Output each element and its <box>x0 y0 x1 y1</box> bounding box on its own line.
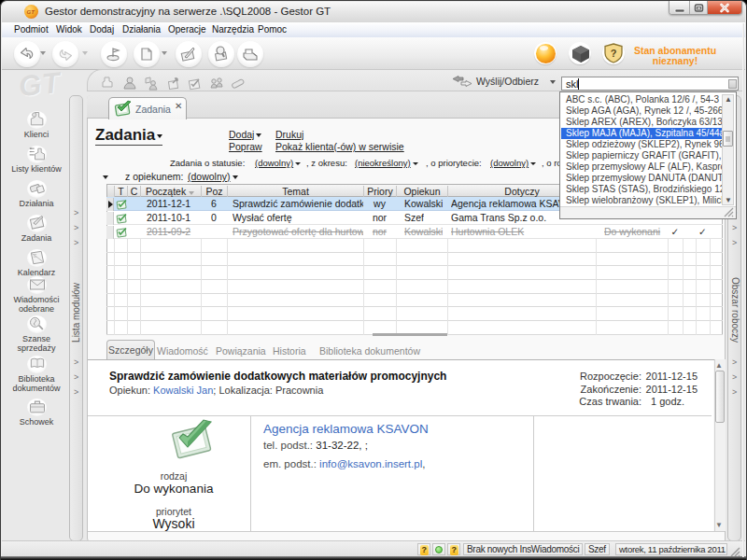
svg-text:?: ? <box>611 48 617 59</box>
